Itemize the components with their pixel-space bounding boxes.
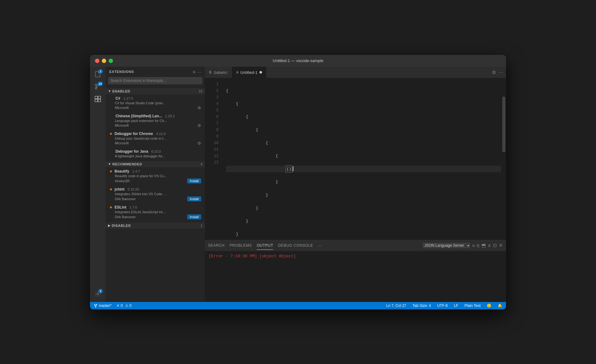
- install-button[interactable]: Install: [187, 196, 201, 201]
- open-output-icon[interactable]: ⬒: [481, 243, 486, 248]
- ext-version: 1.4.7: [132, 169, 140, 173]
- list-item[interactable]: ★ Beautify 1.4.7 Beautify code in place …: [106, 167, 205, 185]
- tab-problems[interactable]: PROBLEMS: [230, 241, 252, 249]
- filter-icon[interactable]: ≡: [193, 69, 196, 74]
- notification-icon[interactable]: 🔔: [496, 303, 503, 308]
- files-icon[interactable]: 1: [92, 69, 103, 80]
- ext-publisher: Microsoft: [115, 141, 129, 145]
- tab-debug-console[interactable]: DEBUG CONSOLE: [278, 241, 313, 249]
- panel-more-icon[interactable]: ···: [318, 243, 322, 248]
- language-mode[interactable]: Plain Text: [463, 303, 482, 308]
- ext-version: 1.29.2: [165, 114, 175, 118]
- split-editor-icon[interactable]: ⧉: [492, 69, 496, 76]
- status-right: Ln 7, Col 27 Tab Size: 4 UTF-8 LF Plain …: [133, 303, 503, 308]
- gear-icon[interactable]: ⚙: [197, 141, 201, 146]
- errors-status[interactable]: ✕ 0 ⚠ 0: [115, 303, 133, 308]
- code-line: {: [226, 114, 501, 120]
- git-branch[interactable]: master*: [93, 303, 113, 308]
- ext-name: Chinese (Simplified) Lan...: [115, 114, 162, 118]
- enabled-arrow: ▼: [108, 89, 111, 93]
- output-source-select[interactable]: JSON Language Server: [422, 243, 470, 248]
- error-output: [Error - 7:19:30 PM] [object Object]: [209, 254, 296, 258]
- status-bar: master* ✕ 0 ⚠ 0 Ln 7, Col 27 Tab Size: 4…: [90, 302, 506, 309]
- gear-icon[interactable]: ⚙: [197, 123, 201, 128]
- extensions-icon[interactable]: [92, 93, 103, 105]
- line-ending[interactable]: LF: [453, 303, 459, 308]
- close-button[interactable]: [95, 59, 99, 63]
- code-line: }: [226, 231, 501, 237]
- source-control-icon[interactable]: 13: [92, 81, 103, 92]
- status-left: master* ✕ 0 ⚠ 0: [93, 303, 133, 308]
- tab-search[interactable]: SEARCH: [208, 241, 225, 249]
- editor-scrollbar[interactable]: [502, 78, 506, 240]
- more-tabs-icon[interactable]: ···: [498, 69, 503, 75]
- recommended-section-header[interactable]: ▼ RECOMMENDED 4: [106, 161, 205, 167]
- tab-babelrc[interactable]: 6 .babelrc: [205, 67, 232, 78]
- panel: SEARCH PROBLEMS OUTPUT DEBUG CONSOLE ···…: [205, 240, 506, 302]
- code-line: {: [226, 101, 501, 107]
- smiley-icon[interactable]: 🙂: [485, 303, 493, 308]
- ext-name: ESLint: [115, 205, 126, 209]
- error-icon: ✕: [116, 303, 120, 308]
- tab-untitled[interactable]: ≡ Untitled-1: [232, 67, 266, 78]
- recommended-title: RECOMMENDED: [112, 162, 201, 166]
- ext-publisher: Dirk Baeumer: [115, 197, 136, 201]
- modified-dot: [260, 71, 262, 74]
- encoding[interactable]: UTF-8: [436, 303, 449, 308]
- enabled-title: ENABLED: [112, 89, 199, 93]
- ext-desc: Debug your JavaScript code in t...: [109, 137, 201, 140]
- code-content[interactable]: { { { { { { () } } } } } }: [221, 78, 506, 240]
- star-icon: ★: [109, 132, 113, 136]
- sidebar-actions: ≡ ···: [193, 69, 201, 74]
- minimize-button[interactable]: [102, 59, 106, 63]
- ext-publisher: Microsoft: [115, 124, 129, 127]
- ext-name: Debugger for Java: [115, 149, 148, 154]
- ext-desc: C# for Visual Studio Code (pow...: [109, 101, 201, 105]
- list-item[interactable]: ★ jshint 0.10.20 Integrates JSHint into …: [106, 185, 205, 203]
- settings-badge: 1: [98, 289, 103, 293]
- list-item[interactable]: C# 1.17.0 C# for Visual Studio Code (pow…: [106, 94, 205, 112]
- ext-version: 1.17.0: [123, 97, 133, 100]
- copy-output-icon[interactable]: ⎘: [477, 243, 480, 248]
- ext-name: Debugger for Chrome: [115, 132, 153, 136]
- maximize-button[interactable]: [109, 59, 113, 63]
- install-button[interactable]: Install: [187, 214, 201, 219]
- code-line: {: [226, 88, 501, 94]
- sidebar-header: EXTENSIONS ≡ ···: [106, 67, 205, 77]
- files-badge: 1: [98, 69, 103, 74]
- clear-output-icon[interactable]: ≡: [472, 243, 475, 248]
- list-item[interactable]: ★ Debugger for Chrome 4.11.0 Debug your …: [106, 130, 205, 147]
- maximize-panel-icon[interactable]: ⊡: [493, 243, 497, 248]
- code-editor[interactable]: 1 2 3 4 5 6 7 8 9 10 11 12 13 { {: [205, 78, 506, 240]
- chevron-up-icon[interactable]: ∧: [488, 243, 491, 248]
- tab-size[interactable]: Tab Size: 4: [411, 303, 432, 308]
- ext-name: Beautify: [115, 169, 129, 173]
- disabled-arrow: ▶: [108, 224, 111, 227]
- disabled-section-header[interactable]: ▶ DISABLED 1: [106, 222, 205, 229]
- panel-header-right: JSON Language Server ▾ ≡ ⎘ ⬒ ∧ ⊡ ✕: [327, 243, 503, 248]
- vscode-window: Untitled-1 — vscode-sample 1 13: [90, 55, 506, 309]
- line-numbers: 1 2 3 4 5 6 7 8 9 10 11 12 13: [205, 78, 221, 240]
- main-content: 1 13: [90, 67, 506, 302]
- cursor-position[interactable]: Ln 7, Col 27: [385, 303, 408, 308]
- list-item[interactable]: Chinese (Simplified) Lan... 1.29.2 Langu…: [106, 112, 205, 130]
- svg-rect-3: [95, 96, 97, 98]
- search-extensions[interactable]: Search Extensions in Marketpla...: [108, 77, 202, 84]
- scrollbar-thumb[interactable]: [502, 97, 505, 152]
- window-controls[interactable]: [95, 59, 113, 63]
- enabled-section-header[interactable]: ▼ ENABLED 19: [106, 88, 205, 94]
- gear-icon[interactable]: ⚙: [197, 106, 201, 110]
- disabled-count: 1: [201, 224, 202, 227]
- settings-icon[interactable]: 1: [92, 288, 103, 299]
- current-code-line: (): [226, 166, 501, 172]
- list-item[interactable]: Debugger for Java 0.15.0 A lightweight J…: [106, 147, 205, 160]
- warning-icon: ⚠: [125, 303, 129, 308]
- code-line: {: [226, 153, 501, 159]
- ext-version: 0.15.0: [151, 150, 161, 153]
- more-icon[interactable]: ···: [197, 69, 201, 74]
- list-item[interactable]: ★ ESLint 1.7.0 Integrates ESLint JavaScr…: [106, 203, 205, 221]
- install-button[interactable]: Install: [187, 178, 201, 183]
- close-panel-icon[interactable]: ✕: [499, 243, 503, 248]
- ext-publisher: HookyQR: [115, 179, 130, 183]
- tab-output[interactable]: OUTPUT: [257, 241, 273, 250]
